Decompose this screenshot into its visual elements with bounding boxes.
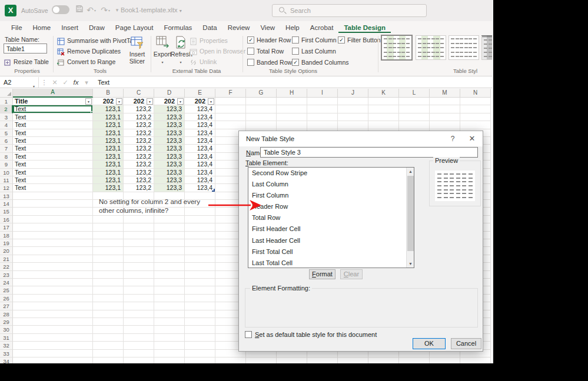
scroll-down-icon[interactable]: ▼ <box>407 260 414 268</box>
list-item-second-row-stripe[interactable]: Second Row Stripe <box>248 168 414 179</box>
table-style-swatch-3[interactable] <box>449 35 479 60</box>
cell-C24[interactable] <box>124 279 154 286</box>
checkbox-unchecked-icon[interactable] <box>292 48 299 55</box>
cell-A34[interactable] <box>13 357 93 363</box>
cell-D21[interactable] <box>154 255 185 263</box>
cell-A25[interactable] <box>13 286 93 294</box>
cell-D19[interactable] <box>154 239 185 247</box>
table-name-input[interactable] <box>4 44 47 54</box>
cell-E26[interactable] <box>185 295 215 302</box>
dialog-close-icon[interactable]: ✕ <box>467 134 477 143</box>
row-header-4[interactable]: 4 <box>0 121 13 129</box>
cell-A17[interactable] <box>13 223 93 231</box>
cell-K4[interactable] <box>368 121 399 129</box>
resize-table-button[interactable]: Resize Table <box>4 57 49 66</box>
column-header-G[interactable]: G <box>246 89 277 98</box>
refresh-button[interactable]: Refresh ▾ <box>171 35 191 65</box>
column-header-L[interactable]: L <box>399 89 430 98</box>
cell-D9[interactable]: 123,3 <box>154 161 185 168</box>
cell-C3[interactable]: 123,2 <box>124 113 154 121</box>
document-title[interactable]: Book1-template.xltx ▾ <box>121 6 182 14</box>
cell-C10[interactable]: 123,2 <box>124 169 154 176</box>
list-item-last-column[interactable]: Last Column <box>248 179 414 190</box>
cell-H3[interactable] <box>277 113 307 121</box>
column-header-H[interactable]: H <box>277 89 307 98</box>
cell-A5[interactable]: Text <box>13 129 93 137</box>
cell-A21[interactable] <box>13 255 93 263</box>
save-icon[interactable] <box>74 5 85 15</box>
cell-A24[interactable] <box>13 279 93 286</box>
cell-D25[interactable] <box>154 286 185 294</box>
cell-A28[interactable] <box>13 310 93 318</box>
cell-A4[interactable]: Text <box>13 121 93 129</box>
cell-D10[interactable]: 123,3 <box>154 169 185 176</box>
checkbox-unchecked-icon[interactable] <box>247 59 254 66</box>
cell-H1[interactable] <box>277 98 307 105</box>
cell-E21[interactable] <box>185 255 215 263</box>
column-header-K[interactable]: K <box>368 89 399 98</box>
row-header-9[interactable]: 9 <box>0 161 13 168</box>
column-header-I[interactable]: I <box>307 89 338 98</box>
tab-table-design[interactable]: Table Design <box>338 22 391 33</box>
cell-G2[interactable] <box>246 105 277 113</box>
list-item-first-header-cell[interactable]: First Header Cell <box>248 223 414 235</box>
cell-D24[interactable] <box>154 279 185 286</box>
cell-G4[interactable] <box>246 121 277 129</box>
set-default-checkbox[interactable] <box>245 331 252 338</box>
row-header-23[interactable]: 23 <box>0 271 13 279</box>
cell-D26[interactable] <box>154 295 185 302</box>
column-header-C[interactable]: C <box>124 89 154 98</box>
table-style-swatch-1[interactable] <box>381 35 412 60</box>
export-button[interactable]: Export ▾ <box>152 35 172 65</box>
cell-H34[interactable] <box>277 357 307 363</box>
column-header-E[interactable]: E <box>185 89 215 98</box>
cell-D32[interactable] <box>154 342 185 349</box>
cell-E25[interactable] <box>185 286 215 294</box>
row-header-20[interactable]: 20 <box>0 247 13 255</box>
undo-caret-icon[interactable]: ▾ <box>94 8 96 12</box>
cell-D11[interactable]: 123,3 <box>154 176 185 184</box>
cell-D18[interactable] <box>154 232 185 239</box>
cell-A10[interactable]: Text <box>13 169 93 176</box>
table-style-swatch-2[interactable] <box>416 35 446 60</box>
column-header-J[interactable]: J <box>338 89 368 98</box>
column-header-F[interactable]: F <box>215 89 246 98</box>
table-element-listbox[interactable]: Second Row StripeLast ColumnFirst Column… <box>248 167 414 268</box>
cell-A1[interactable]: Title▼ <box>13 98 93 105</box>
row-header-10[interactable]: 10 <box>0 169 13 176</box>
column-header-D[interactable]: D <box>154 89 185 98</box>
row-header-18[interactable]: 18 <box>0 232 13 239</box>
cell-A20[interactable] <box>13 247 93 255</box>
filter-dropdown-icon[interactable]: ▼ <box>116 98 122 105</box>
cell-E30[interactable] <box>185 326 215 333</box>
tab-draw[interactable]: Draw <box>84 22 110 33</box>
cell-E22[interactable] <box>185 263 215 270</box>
cell-C32[interactable] <box>124 342 154 349</box>
cell-C5[interactable]: 123,2 <box>124 129 154 137</box>
row-header-12[interactable]: 12 <box>0 184 13 192</box>
cell-E2[interactable]: 123,4 <box>185 105 215 113</box>
cell-E31[interactable] <box>185 334 215 342</box>
cell-N34[interactable] <box>460 357 491 363</box>
cell-D4[interactable]: 123,3 <box>154 121 185 129</box>
cell-B1[interactable]: 202▼ <box>93 98 124 105</box>
table-resize-handle-icon[interactable] <box>212 189 215 192</box>
cell-B30[interactable] <box>93 326 124 333</box>
cell-A9[interactable]: Text <box>13 161 93 168</box>
cell-C21[interactable] <box>124 255 154 263</box>
cell-B32[interactable] <box>93 342 124 349</box>
column-header-A[interactable]: A <box>13 89 93 98</box>
cell-D12[interactable]: 123,3 <box>154 184 185 192</box>
cell-L3[interactable] <box>399 113 430 121</box>
cell-B31[interactable] <box>93 334 124 342</box>
checkbox-row-total-row[interactable]: Total Row <box>247 47 284 55</box>
cell-E5[interactable]: 123,4 <box>185 129 215 137</box>
cell-E28[interactable] <box>185 310 215 318</box>
insert-slicer-button[interactable]: Insert Slicer <box>127 35 147 65</box>
scroll-up-icon[interactable]: ▲ <box>407 168 414 175</box>
cell-C27[interactable] <box>124 302 154 310</box>
cell-D7[interactable]: 123,3 <box>154 145 185 152</box>
cell-B34[interactable] <box>93 357 124 363</box>
cell-C29[interactable] <box>124 318 154 326</box>
cell-E11[interactable]: 123,4 <box>185 176 215 184</box>
